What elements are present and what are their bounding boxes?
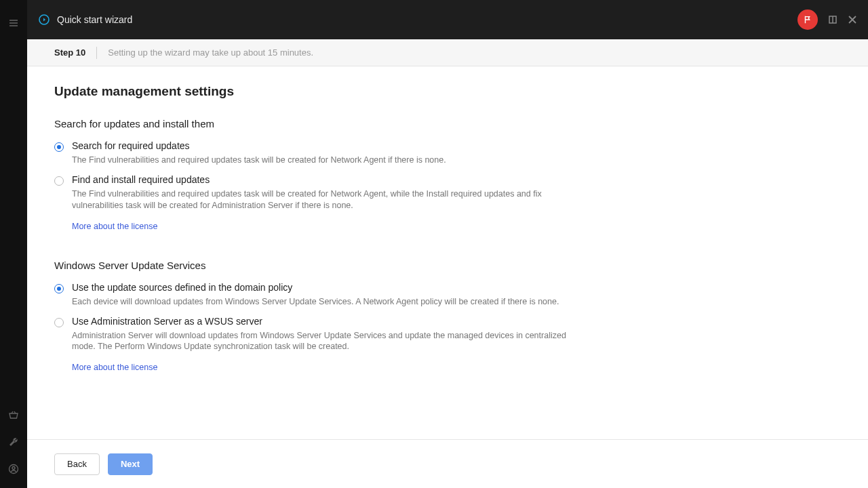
footer: Back Next — [27, 439, 868, 488]
radio-dot — [54, 176, 64, 186]
svg-point-1 — [12, 467, 15, 470]
radio-admin-wsus[interactable]: Use Administration Server as a WSUS serv… — [54, 316, 841, 327]
radio-label: Use the update sources defined in the do… — [72, 282, 292, 293]
wrench-icon[interactable] — [0, 428, 27, 455]
step-label: Step 10 — [54, 47, 85, 58]
option-desc: Administration Server will download upda… — [72, 330, 587, 353]
step-divider — [96, 47, 97, 59]
license-link-1[interactable]: More about the license — [72, 222, 157, 231]
radio-label: Find and install required updates — [72, 174, 210, 185]
next-button[interactable]: Next — [108, 453, 153, 475]
page-title: Quick start wizard — [57, 14, 132, 25]
radio-domain-policy[interactable]: Use the update sources defined in the do… — [54, 282, 841, 293]
radio-dot — [54, 318, 64, 327]
radio-dot — [54, 284, 64, 293]
step-bar: Step 10 Setting up the wizard may take u… — [27, 39, 868, 66]
back-button[interactable]: Back — [54, 453, 100, 475]
option-desc: The Find vulnerabilities and required up… — [72, 155, 587, 166]
content-area: Update management settings Search for up… — [27, 66, 868, 439]
option-desc: The Find vulnerabilities and required up… — [72, 188, 587, 211]
account-icon[interactable] — [0, 455, 27, 483]
step-hint: Setting up the wizard may take up about … — [108, 47, 313, 58]
radio-dot — [54, 142, 64, 152]
radio-label: Search for required updates — [72, 140, 190, 151]
close-icon[interactable] — [848, 15, 857, 24]
flag-button[interactable] — [797, 9, 818, 30]
radio-search-required[interactable]: Search for required updates — [54, 140, 841, 152]
topbar: Quick start wizard — [27, 0, 868, 39]
main-panel: Quick start wizard Step 10 Setting up th… — [27, 0, 868, 488]
play-circle-icon — [38, 14, 50, 26]
option-desc: Each device will download updates from W… — [72, 296, 587, 308]
bookmark-icon[interactable] — [827, 14, 838, 25]
license-link-2[interactable]: More about the license — [72, 363, 157, 372]
section-title-wsus: Windows Server Update Services — [54, 260, 841, 271]
basket-icon[interactable] — [0, 401, 27, 428]
left-rail — [0, 0, 27, 488]
radio-label: Use Administration Server as a WSUS serv… — [72, 316, 262, 327]
radio-find-install[interactable]: Find and install required updates — [54, 174, 841, 186]
page-heading: Update management settings — [54, 84, 841, 99]
section-title-search: Search for updates and install them — [54, 118, 841, 129]
hamburger-icon[interactable] — [0, 9, 27, 37]
